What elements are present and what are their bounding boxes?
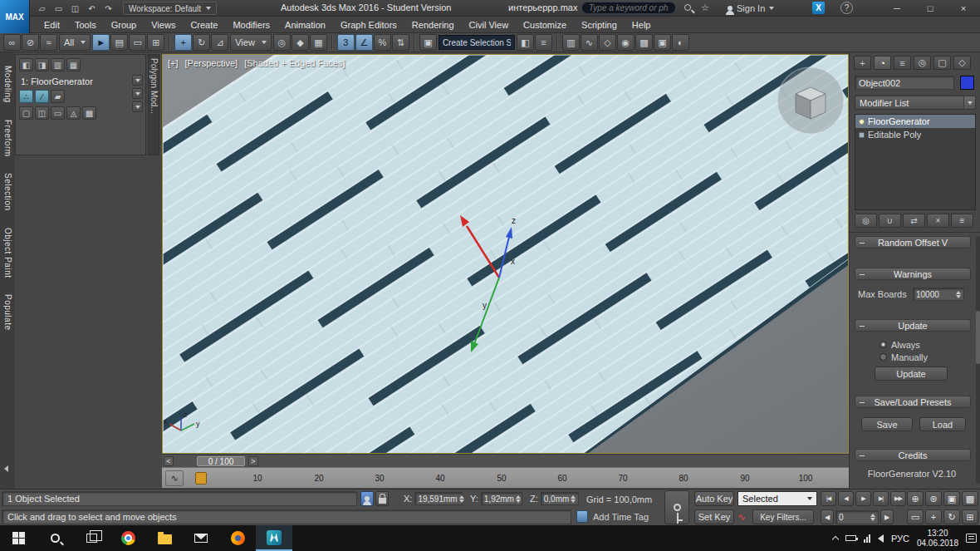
- named-selection-sets-icon[interactable]: ▣: [419, 34, 437, 51]
- hidden-icons-caret[interactable]: [832, 536, 839, 543]
- menu-item[interactable]: Scripting: [574, 17, 625, 32]
- menu-item[interactable]: Edit: [37, 17, 67, 32]
- maximize-button[interactable]: □: [914, 0, 947, 17]
- viewport-menu-general[interactable]: [+]: [168, 58, 179, 68]
- ribbon-tool-icon[interactable]: ◨: [35, 58, 49, 71]
- menu-item[interactable]: Create: [183, 17, 225, 32]
- search-icon[interactable]: [684, 4, 691, 11]
- track-bar-handle[interactable]: [195, 472, 207, 485]
- save-file-icon[interactable]: ◫: [68, 2, 82, 15]
- material-editor-icon[interactable]: ◉: [617, 34, 635, 51]
- selection-region-icon[interactable]: ▭: [129, 34, 146, 51]
- ribbon-tab[interactable]: Selection: [3, 173, 12, 211]
- tab-display-icon[interactable]: ▢: [933, 56, 951, 70]
- rendered-frame-icon[interactable]: ▣: [654, 34, 671, 51]
- x-coordinate-field[interactable]: 19,591mm: [414, 492, 463, 505]
- panel-expand-button[interactable]: [132, 88, 143, 99]
- ribbon-tool-icon[interactable]: ▭: [51, 106, 65, 120]
- undo-icon[interactable]: ↶: [85, 2, 99, 15]
- set-key-button[interactable]: Set Key: [694, 509, 734, 524]
- ribbon-tool-icon[interactable]: ▢: [19, 106, 33, 120]
- ribbon-tab[interactable]: Populate: [3, 294, 12, 330]
- key-filters-button[interactable]: Key Filters...: [752, 509, 814, 524]
- redo-icon[interactable]: ↷: [101, 2, 115, 15]
- panel-expand-button[interactable]: [132, 101, 143, 112]
- rollout-warnings[interactable]: Warnings: [855, 268, 971, 280]
- tab-utilities-icon[interactable]: ◇: [953, 56, 971, 70]
- ribbon-tool-icon[interactable]: ◫: [35, 106, 49, 120]
- object-color-swatch[interactable]: [960, 76, 974, 90]
- language-indicator[interactable]: РУС: [891, 534, 909, 544]
- set-key-mode-button[interactable]: [664, 490, 689, 524]
- radio-always[interactable]: [880, 341, 887, 348]
- show-end-result-icon[interactable]: ∪: [879, 214, 901, 228]
- 3ds-max-taskbar-button[interactable]: [256, 525, 292, 551]
- file-explorer-button[interactable]: [146, 525, 183, 551]
- new-scene-icon[interactable]: ▱: [35, 2, 49, 15]
- scrollbar-thumb[interactable]: [976, 311, 980, 364]
- tab-motion-icon[interactable]: ◎: [914, 56, 931, 70]
- key-filter-curve-icon[interactable]: ∿: [737, 511, 746, 523]
- ribbon-tool-icon[interactable]: ▦: [66, 58, 81, 71]
- start-button[interactable]: [0, 525, 37, 551]
- perspective-viewport[interactable]: x z y x z y [+] [Perspec: [162, 54, 849, 454]
- align-icon[interactable]: ≡: [535, 34, 552, 51]
- app-logo[interactable]: MAX: [0, 0, 30, 33]
- tab-hierarchy-icon[interactable]: ≡: [894, 56, 911, 70]
- ribbon-tab[interactable]: Object Paint: [3, 228, 12, 278]
- view-cube[interactable]: [777, 67, 844, 134]
- radio-manually[interactable]: [880, 353, 887, 361]
- ribbon-tool-icon[interactable]: ▩: [82, 106, 96, 120]
- previous-frame-icon[interactable]: ◀: [821, 509, 834, 524]
- previous-frame-button[interactable]: <: [164, 456, 174, 466]
- go-to-end-icon[interactable]: ▶▶: [890, 491, 906, 506]
- rollout-update[interactable]: Update: [855, 319, 971, 332]
- minimize-button[interactable]: ─: [880, 0, 914, 17]
- time-slider-track[interactable]: < 0 / 100 >: [162, 454, 849, 467]
- make-unique-icon[interactable]: ⇄: [903, 214, 925, 228]
- menu-item[interactable]: Tools: [67, 17, 104, 32]
- notification-center-icon[interactable]: [966, 534, 977, 543]
- select-and-manipulate-icon[interactable]: ◆: [292, 34, 309, 51]
- save-button[interactable]: Save: [861, 417, 913, 431]
- zoom-all-icon[interactable]: ⊛: [925, 491, 942, 506]
- menu-item[interactable]: Group: [104, 17, 145, 32]
- ribbon-tool-icon[interactable]: ▥: [51, 58, 65, 71]
- ribbon-tool-icon[interactable]: ◬: [66, 106, 81, 120]
- menu-item[interactable]: Graph Editors: [333, 17, 404, 32]
- pin-stack-icon[interactable]: ◎: [855, 214, 877, 228]
- auto-key-button[interactable]: Auto Key: [694, 491, 734, 506]
- next-frame-button[interactable]: >: [248, 456, 258, 466]
- menu-item[interactable]: Rendering: [404, 17, 462, 32]
- polygon-mode-icon[interactable]: ▰: [51, 90, 65, 103]
- maximize-viewport-icon[interactable]: ⊞: [962, 509, 978, 524]
- network-icon[interactable]: [864, 534, 870, 543]
- panel-title-strip[interactable]: Polygon Mod...: [148, 54, 159, 155]
- orbit-icon[interactable]: ↻: [943, 509, 960, 524]
- window-crossing-icon[interactable]: ⊞: [147, 34, 164, 51]
- ribbon-tab[interactable]: Freeform: [3, 120, 12, 157]
- go-to-start-icon[interactable]: |◀: [821, 491, 836, 506]
- exchange-apps-icon[interactable]: X: [812, 2, 825, 14]
- add-time-tag[interactable]: Add Time Tag: [593, 512, 649, 522]
- favorites-star-icon[interactable]: ☆: [701, 2, 709, 13]
- render-setup-icon[interactable]: ▩: [635, 34, 653, 51]
- remove-modifier-icon[interactable]: ×: [927, 214, 949, 228]
- rollout-credits[interactable]: Credits: [855, 449, 971, 461]
- configure-modifier-sets-icon[interactable]: ≡: [951, 214, 973, 228]
- spinner-arrows[interactable]: [516, 495, 521, 503]
- rollout-scrollbar[interactable]: [976, 236, 980, 484]
- select-and-move-icon[interactable]: +: [174, 34, 192, 51]
- object-name-field[interactable]: [855, 76, 954, 90]
- rollout-save-load-presets[interactable]: Save/Load Presets: [855, 396, 971, 408]
- firefox-button[interactable]: [219, 525, 256, 551]
- select-by-name-icon[interactable]: ▤: [110, 34, 128, 51]
- panel-expand-button[interactable]: [132, 75, 143, 86]
- layer-manager-icon[interactable]: ▥: [562, 34, 580, 51]
- pan-icon[interactable]: +: [925, 509, 942, 524]
- vertex-mode-icon[interactable]: ∴: [19, 90, 33, 103]
- tab-create-icon[interactable]: +: [854, 56, 871, 70]
- chrome-taskbar-button[interactable]: [110, 525, 146, 551]
- search-button[interactable]: [37, 525, 73, 551]
- load-button[interactable]: Load: [919, 417, 966, 431]
